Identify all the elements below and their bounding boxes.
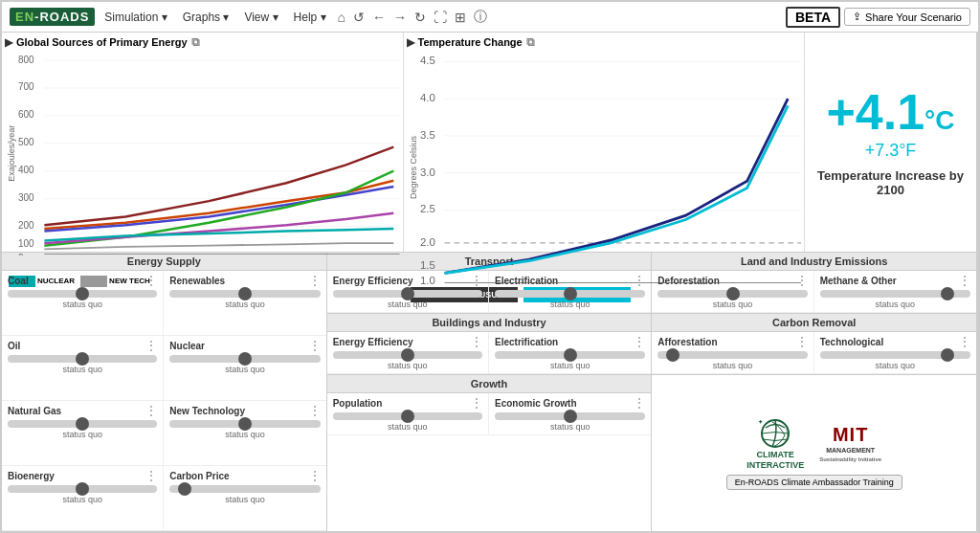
technological-menu[interactable]: ⋮ [959, 335, 970, 348]
left-y-axis-label: Exajoules/year [5, 51, 18, 255]
copy-right-chart[interactable]: ⧉ [526, 35, 535, 49]
land-section: Land and Industry Emissions Deforestatio… [652, 253, 976, 531]
nuclear-thumb[interactable] [238, 352, 252, 366]
oil-menu[interactable]: ⋮ [145, 339, 157, 352]
svg-text:1.0: 1.0 [420, 275, 435, 284]
app-logo: EN-ROADS [10, 8, 95, 26]
temp-fahrenheit: +7.3°F [865, 141, 917, 161]
new-technology-slider-cell: New Technology ⋮ status quo [164, 401, 325, 466]
home-icon[interactable]: ⌂ [336, 8, 347, 27]
carbon-price-slider-cell: Carbon Price ⋮ status quo [164, 466, 325, 531]
back-icon[interactable]: ← [370, 8, 388, 27]
svg-text:600: 600 [18, 109, 34, 120]
nav-help[interactable]: Help ▾ [288, 9, 332, 26]
transport-section: Transport Energy Efficiency ⋮ status quo [327, 253, 653, 531]
natural-gas-menu[interactable]: ⋮ [145, 404, 157, 417]
climate-logo-icon: ✦ [751, 416, 799, 450]
svg-text:3.5: 3.5 [420, 129, 435, 141]
oil-slider-cell: Oil ⋮ status quo [2, 336, 164, 401]
svg-text:400: 400 [18, 165, 34, 175]
left-chart-svg: 800 700 600 500 400 300 200 100 0 [18, 51, 400, 255]
temperature-display: +4.1°C +7.3°F Temperature Increase by 21… [804, 33, 976, 252]
svg-text:4.5: 4.5 [420, 55, 435, 66]
nuclear-menu[interactable]: ⋮ [309, 339, 321, 352]
nav-simulation[interactable]: Simulation ▾ [99, 9, 172, 26]
bioenergy-thumb[interactable] [76, 482, 89, 496]
info-icon[interactable]: ⓘ [472, 7, 489, 28]
growth-header: Growth [327, 375, 652, 393]
technological-thumb[interactable] [941, 348, 954, 362]
carbon-price-menu[interactable]: ⋮ [309, 469, 321, 482]
natural-gas-thumb[interactable] [76, 417, 89, 431]
energy-supply-section: Energy Supply Coal ⋮ status quo [2, 253, 327, 531]
right-y-axis-label: Degrees Celsius [407, 51, 420, 284]
svg-text:2.0: 2.0 [420, 236, 435, 248]
svg-text:500: 500 [18, 137, 34, 147]
oil-thumb[interactable] [76, 352, 89, 366]
carbon-price-thumb[interactable] [178, 482, 191, 496]
methane-cell: Methane & Other ⋮ status quo [814, 271, 976, 313]
buildings-efficiency-menu[interactable]: ⋮ [471, 335, 482, 348]
renewables-thumb[interactable] [238, 287, 252, 300]
forward-icon[interactable]: → [391, 8, 409, 27]
svg-text:0: 0 [18, 253, 24, 255]
buildings-electrification-thumb[interactable] [564, 348, 577, 362]
methane-menu[interactable]: ⋮ [959, 274, 970, 287]
nav-view[interactable]: View ▾ [238, 9, 283, 26]
svg-text:2.5: 2.5 [420, 203, 435, 214]
new-technology-menu[interactable]: ⋮ [309, 404, 321, 417]
methane-thumb[interactable] [941, 287, 954, 300]
svg-text:1.5: 1.5 [420, 259, 435, 271]
logos-area: ✦ CLIMATEINTERACTIVE MIT MANAGEMENTSusta… [652, 375, 976, 531]
economic-growth-cell: Economic Growth ⋮ status quo [489, 393, 651, 435]
population-thumb[interactable] [401, 410, 414, 423]
economic-growth-thumb[interactable] [564, 410, 577, 423]
transport-efficiency-thumb[interactable] [401, 287, 414, 300]
population-menu[interactable]: ⋮ [471, 396, 482, 410]
renewables-slider-cell: Renewables ⋮ status quo [164, 271, 325, 336]
svg-text:200: 200 [18, 220, 34, 231]
climate-interactive-text: CLIMATEINTERACTIVE [746, 450, 804, 471]
renewables-menu[interactable]: ⋮ [309, 274, 321, 287]
afforestation-thumb[interactable] [666, 348, 679, 362]
transport-electrification-thumb[interactable] [564, 287, 577, 300]
afforestation-menu[interactable]: ⋮ [796, 335, 808, 348]
right-chart-title: ▶ Temperature Change ⧉ [407, 35, 802, 49]
temp-label: Temperature Increase by 2100 [814, 168, 967, 197]
bioenergy-slider-cell: Bioenergy ⋮ status quo [2, 466, 164, 531]
coal-menu[interactable]: ⋮ [145, 274, 157, 287]
share-button[interactable]: ⇪ Share Your Scenario [844, 8, 970, 26]
deforestation-thumb[interactable] [726, 287, 740, 300]
svg-text:4.0: 4.0 [420, 92, 435, 103]
undo-icon[interactable]: ↺ [351, 8, 367, 27]
natural-gas-slider-cell: Natural Gas ⋮ status quo [2, 401, 164, 466]
copy-left-chart[interactable]: ⧉ [191, 35, 200, 49]
nuclear-slider-cell: Nuclear ⋮ status quo [164, 336, 325, 401]
buildings-efficiency-cell: Energy Efficiency ⋮ status quo [327, 332, 489, 374]
expand-icon[interactable]: ⛶ [432, 8, 449, 27]
redo-icon[interactable]: ↻ [412, 8, 428, 27]
buildings-efficiency-thumb[interactable] [401, 348, 414, 362]
coal-thumb[interactable] [76, 287, 89, 300]
svg-text:3.0: 3.0 [420, 167, 435, 178]
technological-cell: Technological ⋮ status quo [814, 332, 976, 374]
coal-slider-cell: Coal ⋮ status quo [2, 271, 164, 336]
economic-growth-menu[interactable]: ⋮ [634, 396, 645, 410]
mit-management-text: MANAGEMENTSustainability Initiative [819, 446, 881, 464]
beta-badge: BETA [786, 7, 840, 28]
buildings-electrification-cell: Electrification ⋮ status quo [489, 332, 651, 374]
carbon-removal-header: Carbon Removal [652, 314, 976, 332]
svg-text:700: 700 [18, 81, 34, 92]
buildings-electrification-menu[interactable]: ⋮ [634, 335, 645, 348]
new-technology-thumb[interactable] [238, 417, 252, 431]
mit-text: MIT [833, 424, 868, 446]
mit-logo: MIT MANAGEMENTSustainability Initiative [819, 424, 881, 464]
bioenergy-menu[interactable]: ⋮ [145, 469, 157, 482]
grid-icon[interactable]: ⊞ [453, 8, 468, 27]
svg-text:800: 800 [18, 55, 34, 65]
ambassador-button[interactable]: En-ROADS Climate Ambassador Training [726, 475, 902, 490]
population-cell: Population ⋮ status quo [327, 393, 489, 435]
nav-graphs[interactable]: Graphs ▾ [177, 9, 235, 26]
afforestation-cell: Afforestation ⋮ status quo [652, 332, 813, 374]
climate-interactive-logo: ✦ CLIMATEINTERACTIVE [746, 416, 804, 471]
